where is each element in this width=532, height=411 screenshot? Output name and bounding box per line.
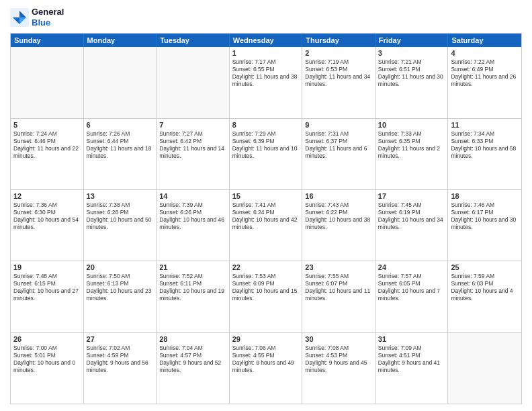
day-info: Sunrise: 7:29 AM Sunset: 6:39 PM Dayligh… xyxy=(232,130,300,160)
day-info: Sunrise: 7:50 AM Sunset: 6:13 PM Dayligh… xyxy=(87,273,154,302)
day-info: Sunrise: 7:46 AM Sunset: 6:17 PM Dayligh… xyxy=(451,201,519,231)
calendar-cell: 16Sunrise: 7:43 AM Sunset: 6:22 PM Dayli… xyxy=(302,190,375,261)
day-number: 8 xyxy=(232,121,300,129)
calendar-cell: 9Sunrise: 7:31 AM Sunset: 6:37 PM Daylig… xyxy=(302,119,375,189)
day-number: 31 xyxy=(378,335,445,343)
calendar-cell: 13Sunrise: 7:38 AM Sunset: 6:28 PM Dayli… xyxy=(84,190,157,261)
day-number: 7 xyxy=(159,121,226,129)
day-number: 15 xyxy=(232,192,300,200)
day-number: 1 xyxy=(232,49,300,57)
day-number: 29 xyxy=(232,335,300,343)
calendar-cell: 12Sunrise: 7:36 AM Sunset: 6:30 PM Dayli… xyxy=(11,190,84,261)
day-info: Sunrise: 7:31 AM Sunset: 6:37 PM Dayligh… xyxy=(305,130,372,160)
day-info: Sunrise: 7:43 AM Sunset: 6:22 PM Dayligh… xyxy=(305,201,372,231)
header-day-monday: Monday xyxy=(84,34,157,47)
day-number: 12 xyxy=(13,192,81,200)
calendar-cell: 11Sunrise: 7:34 AM Sunset: 6:33 PM Dayli… xyxy=(448,119,521,189)
day-number: 25 xyxy=(451,263,519,271)
day-number: 21 xyxy=(159,263,226,271)
day-info: Sunrise: 7:36 AM Sunset: 6:30 PM Dayligh… xyxy=(13,201,81,231)
calendar-cell: 24Sunrise: 7:57 AM Sunset: 6:05 PM Dayli… xyxy=(375,261,449,332)
day-number: 19 xyxy=(13,263,81,271)
day-info: Sunrise: 7:41 AM Sunset: 6:24 PM Dayligh… xyxy=(232,201,300,231)
calendar-cell: 4Sunrise: 7:22 AM Sunset: 6:49 PM Daylig… xyxy=(448,47,521,118)
day-number: 17 xyxy=(378,192,445,200)
calendar-cell: 2Sunrise: 7:19 AM Sunset: 6:53 PM Daylig… xyxy=(302,47,375,118)
day-number: 13 xyxy=(87,192,154,200)
calendar-cell: 8Sunrise: 7:29 AM Sunset: 6:39 PM Daylig… xyxy=(230,119,303,189)
calendar-cell: 26Sunrise: 7:00 AM Sunset: 5:01 PM Dayli… xyxy=(11,333,84,404)
day-info: Sunrise: 7:53 AM Sunset: 6:09 PM Dayligh… xyxy=(232,273,300,302)
calendar-header: SundayMondayTuesdayWednesdayThursdayFrid… xyxy=(11,34,521,47)
calendar-cell: 27Sunrise: 7:02 AM Sunset: 4:59 PM Dayli… xyxy=(84,333,157,404)
calendar-week-2: 5Sunrise: 7:24 AM Sunset: 6:46 PM Daylig… xyxy=(11,118,521,189)
day-info: Sunrise: 7:22 AM Sunset: 6:49 PM Dayligh… xyxy=(451,58,519,88)
calendar-cell: 15Sunrise: 7:41 AM Sunset: 6:24 PM Dayli… xyxy=(230,190,303,261)
calendar-week-1: 1Sunrise: 7:17 AM Sunset: 6:55 PM Daylig… xyxy=(11,47,521,118)
day-info: Sunrise: 7:27 AM Sunset: 6:42 PM Dayligh… xyxy=(159,130,226,160)
day-info: Sunrise: 7:38 AM Sunset: 6:28 PM Dayligh… xyxy=(87,201,154,231)
day-number: 16 xyxy=(305,192,372,200)
calendar-cell: 20Sunrise: 7:50 AM Sunset: 6:13 PM Dayli… xyxy=(84,261,157,332)
header-day-sunday: Sunday xyxy=(11,34,84,47)
logo: General Blue xyxy=(10,7,64,28)
day-info: Sunrise: 7:52 AM Sunset: 6:11 PM Dayligh… xyxy=(159,273,226,302)
logo-text: General Blue xyxy=(32,7,64,28)
day-number: 14 xyxy=(159,192,226,200)
calendar-cell: 31Sunrise: 7:09 AM Sunset: 4:51 PM Dayli… xyxy=(375,333,449,404)
calendar-cell: 23Sunrise: 7:55 AM Sunset: 6:07 PM Dayli… xyxy=(302,261,375,332)
day-info: Sunrise: 7:59 AM Sunset: 6:03 PM Dayligh… xyxy=(451,273,519,302)
day-info: Sunrise: 7:39 AM Sunset: 6:26 PM Dayligh… xyxy=(159,201,226,231)
calendar-week-4: 19Sunrise: 7:48 AM Sunset: 6:15 PM Dayli… xyxy=(11,261,521,332)
calendar-cell: 1Sunrise: 7:17 AM Sunset: 6:55 PM Daylig… xyxy=(230,47,303,118)
day-number: 5 xyxy=(13,121,81,129)
day-number: 24 xyxy=(378,263,445,271)
calendar-week-5: 26Sunrise: 7:00 AM Sunset: 5:01 PM Dayli… xyxy=(11,332,521,404)
calendar-cell: 14Sunrise: 7:39 AM Sunset: 6:26 PM Dayli… xyxy=(157,190,230,261)
day-number: 3 xyxy=(378,49,445,57)
day-info: Sunrise: 7:48 AM Sunset: 6:15 PM Dayligh… xyxy=(13,273,81,302)
logo-icon xyxy=(10,8,29,27)
day-number: 2 xyxy=(305,49,372,57)
day-number: 11 xyxy=(451,121,519,129)
day-number: 30 xyxy=(305,335,372,343)
day-number: 4 xyxy=(451,49,519,57)
calendar-cell: 17Sunrise: 7:45 AM Sunset: 6:19 PM Dayli… xyxy=(375,190,449,261)
day-number: 20 xyxy=(87,263,154,271)
day-number: 6 xyxy=(87,121,154,129)
calendar-cell: 10Sunrise: 7:33 AM Sunset: 6:35 PM Dayli… xyxy=(375,119,449,189)
day-info: Sunrise: 7:33 AM Sunset: 6:35 PM Dayligh… xyxy=(378,130,445,160)
calendar-cell: 21Sunrise: 7:52 AM Sunset: 6:11 PM Dayli… xyxy=(157,261,230,332)
calendar-cell: 6Sunrise: 7:26 AM Sunset: 6:44 PM Daylig… xyxy=(84,119,157,189)
day-number: 9 xyxy=(305,121,372,129)
calendar-grid: SundayMondayTuesdayWednesdayThursdayFrid… xyxy=(10,33,522,404)
day-number: 22 xyxy=(232,263,300,271)
day-info: Sunrise: 7:09 AM Sunset: 4:51 PM Dayligh… xyxy=(378,345,445,374)
day-number: 27 xyxy=(87,335,154,343)
calendar-cell xyxy=(11,47,84,118)
day-info: Sunrise: 7:08 AM Sunset: 4:53 PM Dayligh… xyxy=(305,345,372,374)
calendar-cell xyxy=(157,47,230,118)
calendar-cell: 19Sunrise: 7:48 AM Sunset: 6:15 PM Dayli… xyxy=(11,261,84,332)
day-info: Sunrise: 7:34 AM Sunset: 6:33 PM Dayligh… xyxy=(451,130,519,160)
day-info: Sunrise: 7:21 AM Sunset: 6:51 PM Dayligh… xyxy=(378,58,445,88)
calendar-cell: 7Sunrise: 7:27 AM Sunset: 6:42 PM Daylig… xyxy=(157,119,230,189)
day-info: Sunrise: 7:17 AM Sunset: 6:55 PM Dayligh… xyxy=(232,58,300,88)
day-info: Sunrise: 7:02 AM Sunset: 4:59 PM Dayligh… xyxy=(87,345,154,374)
calendar-cell: 22Sunrise: 7:53 AM Sunset: 6:09 PM Dayli… xyxy=(230,261,303,332)
day-info: Sunrise: 7:45 AM Sunset: 6:19 PM Dayligh… xyxy=(378,201,445,231)
day-number: 18 xyxy=(451,192,519,200)
day-info: Sunrise: 7:04 AM Sunset: 4:57 PM Dayligh… xyxy=(159,345,226,374)
page-header: General Blue xyxy=(10,7,522,28)
calendar-cell xyxy=(448,333,521,404)
header-day-wednesday: Wednesday xyxy=(230,34,303,47)
day-info: Sunrise: 7:24 AM Sunset: 6:46 PM Dayligh… xyxy=(13,130,81,160)
calendar-cell: 30Sunrise: 7:08 AM Sunset: 4:53 PM Dayli… xyxy=(302,333,375,404)
day-info: Sunrise: 7:57 AM Sunset: 6:05 PM Dayligh… xyxy=(378,273,445,302)
day-number: 10 xyxy=(378,121,445,129)
day-info: Sunrise: 7:55 AM Sunset: 6:07 PM Dayligh… xyxy=(305,273,372,302)
calendar-week-3: 12Sunrise: 7:36 AM Sunset: 6:30 PM Dayli… xyxy=(11,189,521,261)
calendar-cell: 25Sunrise: 7:59 AM Sunset: 6:03 PM Dayli… xyxy=(448,261,521,332)
calendar-cell xyxy=(84,47,157,118)
calendar-cell: 28Sunrise: 7:04 AM Sunset: 4:57 PM Dayli… xyxy=(157,333,230,404)
